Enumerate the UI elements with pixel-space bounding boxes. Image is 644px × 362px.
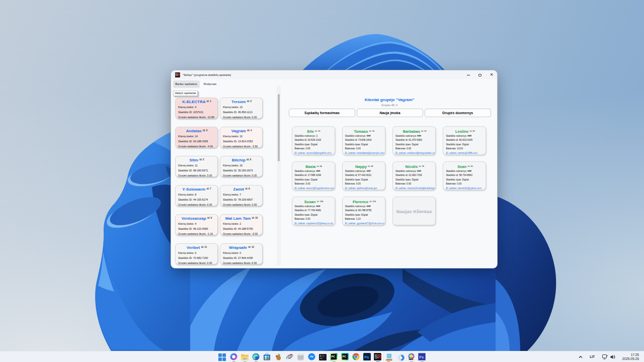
- svg-text:F:\: F:\: [320, 355, 325, 357]
- svg-text:PC: PC: [343, 355, 347, 358]
- svg-text:PR24: PR24: [409, 358, 413, 360]
- svg-text:Ps: Ps: [419, 355, 424, 359]
- svg-text:PC: PC: [332, 355, 336, 358]
- svg-text:Ps: Ps: [364, 355, 369, 359]
- svg-text:R: R: [377, 354, 381, 359]
